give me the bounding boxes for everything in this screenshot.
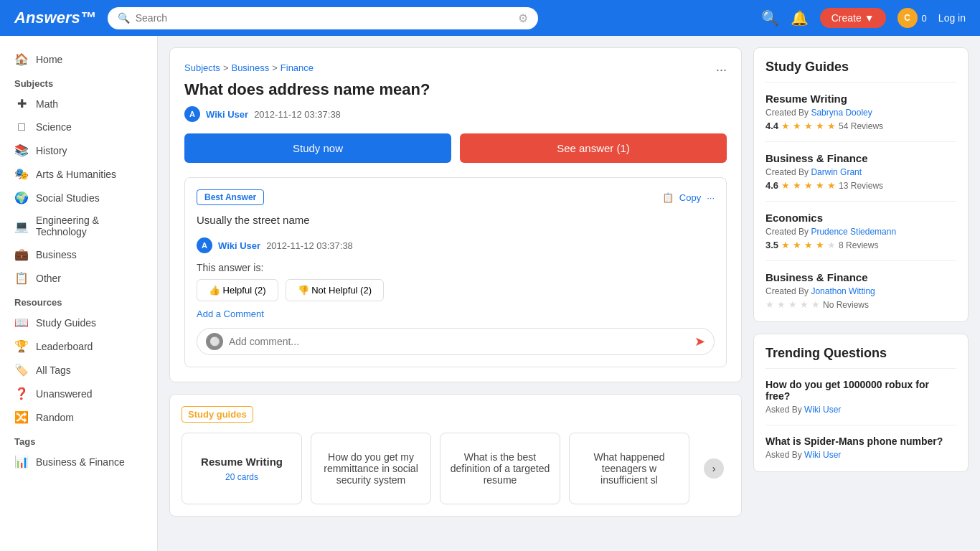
study-guides-title: Study Guides bbox=[765, 60, 956, 83]
sidebar-item-arts[interactable]: 🎭 Arts & Humanities bbox=[0, 162, 157, 186]
avatar[interactable]: C bbox=[897, 8, 918, 28]
answer-date: 2012-11-12 03:37:38 bbox=[266, 240, 353, 251]
more-options-icon[interactable]: ··· bbox=[716, 62, 727, 77]
social-studies-icon: 🌍 bbox=[14, 191, 29, 204]
answer-meta: A Wiki User 2012-11-12 03:37:38 bbox=[197, 237, 715, 253]
sidebar-label-study-guides: Study Guides bbox=[36, 317, 96, 329]
sidebar-item-unanswered[interactable]: ❓ Unanswered bbox=[0, 382, 157, 405]
question-date: 2012-11-12 03:37:38 bbox=[254, 109, 341, 120]
comment-input-row: ⚪ ➤ bbox=[197, 328, 715, 355]
best-answer-section: Best Answer 📋 Copy ··· Usually the stree… bbox=[184, 177, 727, 367]
copy-icon: 📋 bbox=[662, 192, 674, 203]
see-answer-button[interactable]: See answer (1) bbox=[460, 133, 727, 163]
sidebar-item-leaderboard[interactable]: 🏆 Leaderboard bbox=[0, 334, 157, 358]
logo: Answers™ bbox=[14, 9, 96, 27]
user-section: C 0 bbox=[897, 8, 927, 28]
header-icons: 🔍 🔔 Create ▼ C 0 Log in bbox=[761, 8, 966, 28]
header: Answers™ 🔍 ⚙ 🔍 🔔 Create ▼ C 0 Log in bbox=[0, 0, 980, 36]
study-guide-author-link-prudence[interactable]: Prudence Stiedemann bbox=[811, 227, 896, 237]
business-icon: 💼 bbox=[14, 248, 29, 261]
create-label: Create bbox=[831, 12, 862, 24]
trending-author-link-spiderman[interactable]: Wiki User bbox=[804, 450, 841, 460]
search-input[interactable] bbox=[136, 12, 512, 24]
comment-input[interactable] bbox=[229, 336, 689, 347]
best-answer-badge: Best Answer bbox=[197, 189, 264, 205]
sidebar-item-math[interactable]: ✚ Math bbox=[0, 92, 157, 116]
study-card-targeted[interactable]: What is the best definition of a targete… bbox=[440, 433, 560, 504]
study-guide-creator-business2: Created By Jonathon Witting bbox=[765, 286, 956, 296]
trending-questions-card: Trending Questions How do you get 100000… bbox=[753, 334, 969, 472]
study-now-button[interactable]: Study now bbox=[184, 133, 451, 163]
create-button[interactable]: Create ▼ bbox=[820, 8, 886, 28]
study-guide-name-business2: Business & Finance bbox=[765, 271, 956, 283]
sidebar-label-social-studies: Social Studies bbox=[36, 192, 100, 204]
breadcrumb-subjects[interactable]: Subjects bbox=[184, 62, 220, 73]
sidebar-label-leaderboard: Leaderboard bbox=[36, 341, 93, 352]
answer-text: Usually the street name bbox=[197, 214, 715, 226]
study-guide-author-link-resume[interactable]: Sabryna Dooley bbox=[811, 108, 872, 118]
study-card-teenagers[interactable]: What happened teenagers w insufficient s… bbox=[569, 433, 689, 504]
study-card-text-remittance: How do you get my remmittance in social … bbox=[320, 451, 422, 486]
sidebar-item-history[interactable]: 📚 History bbox=[0, 138, 157, 162]
sidebar-item-all-tags[interactable]: 🏷️ All Tags bbox=[0, 358, 157, 382]
unanswered-icon: ❓ bbox=[14, 387, 29, 400]
question-title: What does address name mean? bbox=[184, 80, 727, 99]
search-icon-header[interactable]: 🔍 bbox=[761, 9, 779, 27]
sidebar-item-random[interactable]: 🔀 Random bbox=[0, 405, 157, 429]
study-card-resume[interactable]: Resume Writing 20 cards bbox=[182, 433, 302, 504]
answer-more-icon[interactable]: ··· bbox=[707, 192, 715, 203]
send-icon[interactable]: ➤ bbox=[694, 334, 705, 349]
author-link[interactable]: Wiki User bbox=[206, 109, 248, 120]
trending-author-link-robux[interactable]: Wiki User bbox=[804, 405, 841, 415]
sidebar-label-engineering: Engineering & Technology bbox=[36, 215, 143, 237]
content-area: Subjects > Business > Finance ··· What d… bbox=[158, 36, 980, 551]
trending-item-spiderman: What is Spider-Mans phone number? Asked … bbox=[765, 435, 956, 460]
trending-question-robux: How do you get 1000000 robux for free? bbox=[765, 379, 956, 402]
main-layout: 🏠 Home Subjects ✚ Math □ Science 📚 Histo… bbox=[0, 36, 980, 551]
sidebar-item-study-guides[interactable]: 📖 Study Guides bbox=[0, 311, 157, 334]
sidebar-item-other[interactable]: 📋 Other bbox=[0, 266, 157, 290]
study-guide-stars-business2: ★ ★ ★ ★ ★ No Reviews bbox=[765, 299, 956, 310]
math-icon: ✚ bbox=[14, 97, 29, 110]
sidebar-label-arts: Arts & Humanities bbox=[36, 169, 116, 180]
sidebar-item-home[interactable]: 🏠 Home bbox=[0, 47, 157, 71]
not-helpful-button[interactable]: 👎 Not Helpful (2) bbox=[286, 279, 384, 301]
question-meta: A Wiki User 2012-11-12 03:37:38 bbox=[184, 106, 727, 122]
study-card-title-resume: Resume Writing bbox=[201, 456, 283, 468]
sidebar-item-social-studies[interactable]: 🌍 Social Studies bbox=[0, 186, 157, 209]
study-guide-creator-resume: Created By Sabryna Dooley bbox=[765, 108, 956, 118]
sidebar-label-all-tags: All Tags bbox=[36, 364, 71, 376]
comment-avatar: ⚪ bbox=[206, 333, 223, 350]
copy-label[interactable]: Copy bbox=[679, 192, 701, 203]
resources-section-title: Resources bbox=[0, 290, 157, 311]
breadcrumb: Subjects > Business > Finance bbox=[184, 62, 314, 73]
study-guide-name-business1: Business & Finance bbox=[765, 152, 956, 164]
study-guides-icon: 📖 bbox=[14, 316, 29, 329]
sidebar-item-business[interactable]: 💼 Business bbox=[0, 242, 157, 266]
breadcrumb-business[interactable]: Business bbox=[231, 62, 269, 73]
study-guide-author-link-jonathon[interactable]: Jonathon Witting bbox=[811, 286, 875, 296]
sidebar-item-business-finance[interactable]: 📊 Business & Finance bbox=[0, 450, 157, 474]
arts-icon: 🎭 bbox=[14, 167, 29, 181]
breadcrumb-finance[interactable]: Finance bbox=[281, 62, 314, 73]
helpful-button[interactable]: 👍 Helpful (2) bbox=[197, 279, 278, 301]
login-button[interactable]: Log in bbox=[938, 12, 966, 24]
sidebar-item-engineering[interactable]: 💻 Engineering & Technology bbox=[0, 209, 157, 242]
sidebar-item-science[interactable]: □ Science bbox=[0, 116, 157, 138]
leaderboard-icon: 🏆 bbox=[14, 339, 29, 353]
study-guide-name-resume: Resume Writing bbox=[765, 93, 956, 105]
study-guides-label: Study guides bbox=[182, 406, 253, 423]
study-card-remittance[interactable]: How do you get my remmittance in social … bbox=[311, 433, 431, 504]
search-icon: 🔍 bbox=[118, 12, 130, 24]
chevron-right-icon[interactable]: › bbox=[704, 458, 724, 479]
sidebar-label-other: Other bbox=[36, 273, 61, 284]
best-answer-header: Best Answer 📋 Copy ··· bbox=[197, 189, 715, 205]
study-card-text-targeted: What is the best definition of a targete… bbox=[449, 451, 551, 486]
answer-author-link[interactable]: Wiki User bbox=[218, 240, 260, 251]
add-comment-link[interactable]: Add a Comment bbox=[197, 309, 715, 319]
tags-icon: 🏷️ bbox=[14, 363, 29, 377]
study-guide-author-link-darwin[interactable]: Darwin Grant bbox=[811, 167, 862, 177]
carousel-next-button[interactable]: › bbox=[698, 433, 730, 504]
bell-icon[interactable]: 🔔 bbox=[791, 9, 809, 27]
filter-icon[interactable]: ⚙ bbox=[518, 11, 528, 25]
